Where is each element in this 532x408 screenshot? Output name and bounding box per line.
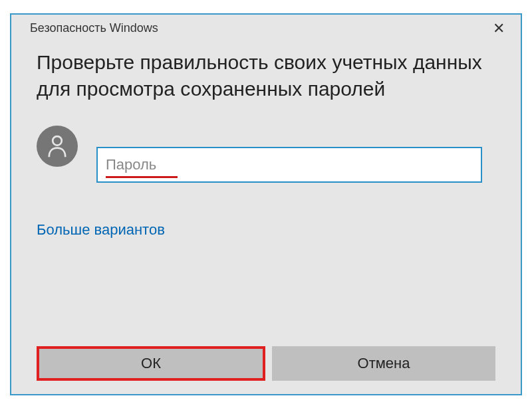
dialog-title: Безопасность Windows (30, 21, 158, 35)
svg-point-0 (53, 136, 62, 146)
dialog-heading: Проверьте правильность своих учетных дан… (11, 40, 521, 103)
user-avatar (37, 126, 78, 167)
annotation-underline (106, 176, 178, 178)
more-options-link[interactable]: Больше вариантов (11, 183, 521, 239)
button-row: ОК Отмена (37, 346, 495, 381)
password-input-wrap (96, 147, 482, 183)
ok-button[interactable]: ОК (39, 349, 263, 378)
ok-button-highlight: ОК (37, 346, 265, 381)
credential-dialog: Безопасность Windows ✕ Проверьте правиль… (10, 13, 522, 395)
cancel-button[interactable]: Отмена (272, 346, 495, 381)
titlebar: Безопасность Windows ✕ (11, 15, 521, 40)
input-area (96, 123, 495, 183)
credential-row (11, 103, 521, 183)
user-icon (46, 134, 68, 159)
close-icon[interactable]: ✕ (487, 21, 510, 36)
